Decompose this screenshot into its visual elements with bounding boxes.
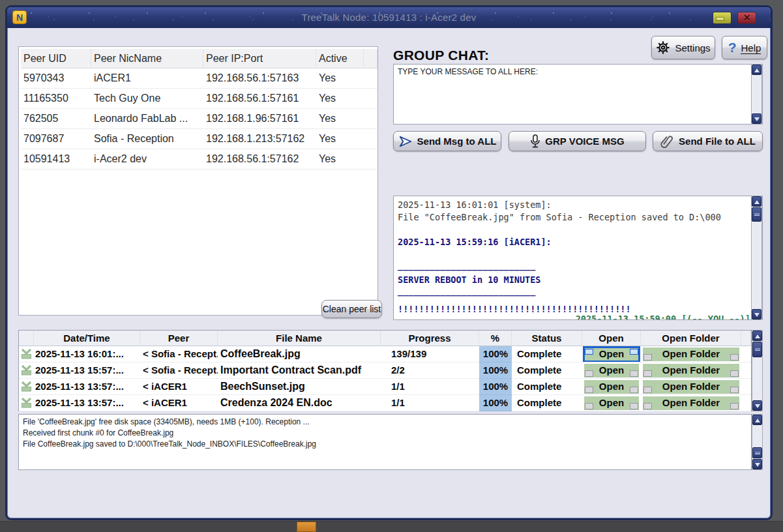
peer-cell-uid[interactable]: 762505 (21, 109, 91, 129)
open-file-button[interactable]: Open (584, 347, 639, 361)
peer-col-uid[interactable]: Peer UID (21, 49, 91, 68)
transfer-datetime[interactable]: 2025-11-13 13:57:... (34, 379, 140, 395)
scroll-down-icon[interactable] (752, 459, 762, 469)
peer-cell-uid[interactable]: 10591413 (21, 149, 91, 170)
transfer-datetime[interactable]: 2025-11-13 13:57:... (34, 395, 140, 411)
clean-peer-list-button[interactable]: Clean peer list (321, 300, 382, 318)
minimize-icon (716, 17, 724, 21)
peer-cell-ip[interactable]: 192.168.56.1:57163 (203, 68, 316, 89)
transfer-col-datetime[interactable]: Date/Time (34, 331, 140, 346)
transfer-col-progress[interactable]: Progress (381, 331, 479, 346)
transfer-col-peer[interactable]: Peer (140, 331, 218, 346)
scroll-down-icon[interactable] (752, 309, 761, 319)
peer-cell-ip[interactable]: 192.168.1.213:57162 (203, 129, 316, 149)
scrollbar-thumb[interactable] (752, 207, 761, 222)
transfer-table-scrollbar[interactable] (752, 330, 763, 411)
peer-cell-nic[interactable]: Tech Guy One (91, 89, 203, 109)
transfer-filename[interactable]: BeechSunset.jpg (218, 379, 381, 395)
peer-cell-active[interactable]: Yes (316, 68, 364, 89)
minimize-button[interactable] (713, 12, 731, 24)
taskbar-item[interactable] (297, 522, 316, 532)
grp-voice-msg-button[interactable]: GRP VOICE MSG (509, 131, 646, 151)
settings-label: Settings (675, 42, 710, 53)
message-input[interactable]: TYPE YOUR MESSAGE TO ALL HERE: (393, 64, 763, 125)
peer-cell-active[interactable]: Yes (316, 89, 364, 109)
transfer-peer[interactable]: < Sofia - Recept... (140, 362, 218, 379)
desktop-background: N TreeTalk Node: 10591413 : i-Acer2 dev … (0, 0, 783, 532)
peer-cell-uid[interactable]: 5970343 (21, 68, 91, 89)
peer-cell-active[interactable]: Yes (316, 149, 364, 170)
open-folder-button[interactable]: Open Folder (643, 396, 739, 410)
peer-cell-nic[interactable]: iACER1 (91, 68, 203, 89)
message-input-scrollbar[interactable] (751, 64, 762, 125)
scrollbar-thumb[interactable] (752, 447, 762, 458)
peer-cell-nic[interactable]: Leonardo FabLab ... (91, 109, 203, 129)
peer-col-active[interactable]: Active (316, 49, 364, 68)
transfer-progress[interactable]: 139/139 (381, 346, 479, 362)
chat-system-msg: File "CoffeeBreak.jpg" from Sofia - Rece… (398, 211, 758, 224)
open-file-button[interactable]: Open (584, 364, 639, 377)
chat-log-scrollbar[interactable] (751, 196, 762, 320)
transfer-col-pct[interactable]: % (479, 331, 512, 346)
scroll-down-icon[interactable] (752, 113, 761, 124)
send-msg-to-all-button[interactable]: Send Msg to ALL (393, 131, 501, 151)
scroll-down-icon[interactable] (752, 400, 762, 411)
transfer-col-icon[interactable] (19, 331, 34, 346)
scroll-up-icon[interactable] (752, 196, 761, 207)
peer-col-nicname[interactable]: Peer NicName (91, 49, 203, 68)
transfer-col-status[interactable]: Status (512, 331, 582, 346)
open-file-button[interactable]: Open (584, 380, 639, 394)
status-log-scrollbar[interactable] (752, 414, 763, 470)
open-folder-button[interactable]: Open Folder (643, 380, 739, 394)
transfer-col-file[interactable]: File Name (218, 331, 381, 346)
transfer-col-open[interactable]: Open (582, 331, 641, 346)
microphone-icon (530, 134, 540, 149)
transfer-progress[interactable]: 1/1 (381, 379, 479, 395)
transfer-filename[interactable]: CoffeeBreak.jpg (218, 346, 381, 362)
peer-cell-uid[interactable]: 11165350 (21, 89, 91, 109)
open-folder-button[interactable]: Open Folder (643, 347, 739, 361)
transfer-progress[interactable]: 1/1 (381, 395, 479, 411)
title-bar[interactable]: N TreeTalk Node: 10591413 : i-Acer2 dev … (7, 7, 771, 28)
chat-rule: __________________________ (398, 286, 758, 295)
transfer-filename[interactable]: Credenza 2024 EN.doc (218, 395, 381, 411)
peer-cell-nic[interactable]: i-Acer2 dev (91, 149, 203, 170)
scrollbar-thumb[interactable] (752, 342, 762, 357)
transfer-filename[interactable]: Important Contract Scan.pdf (218, 362, 381, 379)
peer-cell-active[interactable]: Yes (316, 109, 364, 129)
transfer-peer[interactable]: < iACER1 (140, 379, 218, 395)
transfer-col-folder[interactable]: Open Folder (641, 331, 741, 346)
peer-cell-nic[interactable]: Sofia - Reception (91, 129, 203, 149)
peer-cell-ip[interactable]: 192.168.56.1:57162 (203, 149, 316, 170)
gear-icon (656, 40, 670, 55)
settings-button[interactable]: Settings (651, 36, 715, 59)
peer-cell-ip[interactable]: 192.168.1.96:57161 (203, 109, 316, 129)
scroll-up-icon[interactable] (752, 415, 762, 425)
group-chat-title: GROUP CHAT: (393, 48, 489, 63)
download-icon (19, 362, 34, 379)
scroll-up-icon[interactable] (752, 331, 762, 341)
scroll-up-icon[interactable] (752, 65, 761, 75)
transfer-datetime[interactable]: 2025-11-13 16:01:... (34, 346, 140, 362)
transfer-status: Complete (512, 346, 582, 362)
transfer-peer[interactable]: < iACER1 (140, 395, 218, 411)
peer-cell-uid[interactable]: 7097687 (21, 129, 91, 149)
send-file-to-all-button[interactable]: Send File to ALL (653, 131, 763, 151)
open-file-button[interactable]: Open (584, 396, 639, 410)
transfer-datetime[interactable]: 2025-11-13 15:57:... (34, 362, 140, 379)
chat-system-time: 2025-11-13 16:01:01 [system]: (398, 199, 758, 211)
status-line: File 'CoffeeBreak.jpg' free disk space (… (19, 415, 751, 428)
transfer-peer[interactable]: < Sofia - Recept... (140, 346, 218, 362)
open-folder-button[interactable]: Open Folder (643, 364, 739, 377)
peer-col-ipport[interactable]: Peer IP:Port (203, 49, 316, 68)
help-button[interactable]: ? Help (722, 36, 767, 59)
transfer-percent: 100% (479, 362, 512, 379)
peer-cell-active[interactable]: Yes (316, 129, 364, 149)
taskbar[interactable] (0, 521, 783, 532)
chat-peer-header: 2025-11-13 15:59:16 [iACER1]: (398, 236, 758, 248)
close-button[interactable]: ✕ (737, 12, 756, 24)
transfer-progress[interactable]: 2/2 (381, 362, 479, 379)
send-msg-label: Send Msg to ALL (417, 136, 497, 147)
transfer-percent: 100% (479, 346, 512, 362)
peer-cell-ip[interactable]: 192.168.56.1:57161 (203, 89, 316, 109)
